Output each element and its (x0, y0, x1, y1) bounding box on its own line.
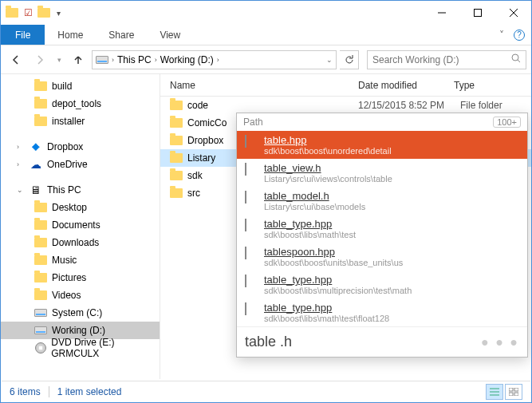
tree-item-onedrive[interactable]: › ☁ OneDrive (1, 156, 160, 173)
file-type: File folder (460, 100, 502, 111)
status-count: 6 items (10, 386, 41, 397)
forward-button[interactable] (30, 49, 50, 70)
chevron-right-icon[interactable]: › (112, 56, 114, 64)
tab-view[interactable]: View (147, 25, 193, 45)
chevron-down-icon[interactable]: ⌄ (17, 186, 25, 194)
tree-item[interactable]: System (C:) (1, 304, 160, 322)
tree-label: Downloads (52, 237, 99, 248)
tree-label: Documents (52, 219, 100, 231)
file-icon (245, 303, 258, 316)
address-dropdown-icon[interactable]: ⌄ (326, 56, 333, 64)
tree-item[interactable]: Downloads (1, 234, 160, 251)
chevron-right-icon[interactable]: › (17, 160, 25, 168)
drive-icon (34, 306, 47, 319)
col-date[interactable]: Date modified (358, 80, 454, 91)
qat-newfolder-icon[interactable] (37, 6, 50, 19)
tree-label: build (52, 81, 72, 92)
search-input[interactable] (372, 54, 511, 65)
back-button[interactable] (6, 49, 26, 70)
file-icon (245, 136, 258, 148)
file-row[interactable]: code 12/15/2015 8:52 PM File folder (160, 97, 531, 114)
folder-icon (170, 187, 183, 200)
listary-result[interactable]: table.hpp sdk\boost\boost\unordered\deta… (237, 131, 527, 159)
result-path: sdk\boost\boost\units\base_units\us (264, 258, 519, 267)
nav-tree[interactable]: build depot_tools installer › ⯁ Dropbox … (1, 74, 160, 379)
file-tab[interactable]: File (1, 25, 45, 45)
chevron-right-icon[interactable]: › (155, 56, 157, 64)
qat-chevron-icon[interactable]: ▾ (57, 9, 61, 18)
view-details-button[interactable] (486, 384, 503, 400)
tree-item-dropbox[interactable]: › ⯁ Dropbox (1, 138, 160, 156)
tree-item[interactable]: Desktop (1, 199, 160, 216)
folder-icon (170, 117, 183, 129)
svg-rect-11 (509, 393, 513, 396)
file-icon (245, 247, 258, 260)
svg-rect-12 (514, 393, 518, 396)
tab-share[interactable]: Share (96, 25, 147, 45)
tab-home[interactable]: Home (45, 25, 96, 45)
listary-search-row[interactable]: table .h ● ● ● (237, 326, 527, 357)
divider (49, 386, 49, 397)
search-icon[interactable] (511, 53, 521, 65)
result-title: table.hpp (264, 134, 519, 146)
col-type[interactable]: Type (454, 80, 531, 91)
tree-label: This PC (47, 184, 81, 196)
folder-icon (34, 219, 47, 231)
up-button[interactable] (68, 49, 89, 70)
listary-menu-icon[interactable]: ● ● ● (481, 335, 519, 350)
tree-item[interactable]: Pictures (1, 269, 160, 286)
tree-label: System (C:) (52, 307, 102, 318)
search-box[interactable] (367, 50, 526, 69)
listary-result[interactable]: table_type.hpp sdk\boost\libs\math\test\… (237, 298, 527, 326)
tree-label: installer (52, 116, 85, 127)
tree-item[interactable]: build (1, 77, 160, 95)
view-icons-button[interactable] (505, 384, 522, 400)
minimize-button[interactable] (424, 1, 459, 25)
chevron-right-icon[interactable]: › (17, 143, 25, 151)
ribbon-expand-icon[interactable]: ˅ (495, 30, 509, 41)
onedrive-icon: ☁ (30, 158, 42, 171)
result-path: sdk\boost\libs\math\test\float128 (264, 314, 519, 323)
folder-icon (34, 271, 47, 284)
breadcrumb[interactable]: Working (D:) (160, 54, 214, 65)
result-title: table_view.h (264, 162, 519, 174)
refresh-button[interactable] (340, 50, 359, 69)
result-path: Listary\src\ui\base\models (264, 202, 519, 211)
listary-result[interactable]: table_model.h Listary\src\ui\base\models (237, 187, 527, 215)
chevron-right-icon[interactable]: › (217, 56, 219, 64)
tree-label: Pictures (52, 272, 86, 283)
close-button[interactable] (495, 1, 531, 25)
file-name: ComicCo (187, 117, 227, 128)
result-path: sdk\boost\boost\unordered\detail (264, 146, 519, 156)
folder-icon (170, 134, 183, 147)
listary-result[interactable]: table_type.hpp sdk\boost\libs\math\test (237, 215, 527, 243)
result-title: table_type.hpp (264, 274, 519, 286)
folder-icon (170, 152, 183, 164)
breadcrumb[interactable]: This PC (117, 54, 152, 65)
tree-item[interactable]: Videos (1, 286, 160, 304)
address-bar[interactable]: › This PC › Working (D:) › ⌄ (92, 50, 337, 69)
tree-label: Working (D:) (52, 325, 105, 336)
disc-icon (34, 342, 46, 354)
svg-rect-10 (514, 388, 518, 391)
tree-item[interactable]: depot_tools (1, 95, 160, 113)
listary-result[interactable]: table_type.hpp sdk\boost\libs\multipreci… (237, 271, 527, 298)
folder-icon (34, 80, 47, 93)
listary-result[interactable]: table_view.h Listary\src\ui\views\contro… (237, 159, 527, 187)
maximize-button[interactable] (459, 1, 495, 25)
folder-icon (34, 115, 47, 128)
listary-result[interactable]: tablespoon.hpp sdk\boost\boost\units\bas… (237, 243, 527, 271)
col-name[interactable]: Name (160, 80, 358, 91)
drive-icon (34, 324, 47, 337)
svg-point-4 (512, 54, 518, 61)
file-icon (245, 164, 258, 176)
column-headers[interactable]: Name Date modified Type (160, 74, 531, 97)
tree-item[interactable]: Music (1, 251, 160, 269)
recent-dropdown-icon[interactable]: ▾ (53, 49, 65, 70)
tree-thispc[interactable]: ⌄ 🖥 This PC (1, 181, 160, 199)
tree-item[interactable]: DVD Drive (E:) GRMCULX (1, 339, 160, 357)
qat-properties-icon[interactable]: ☑ (22, 6, 34, 19)
tree-item[interactable]: Documents (1, 216, 160, 234)
tree-item[interactable]: installer (1, 113, 160, 130)
help-icon[interactable]: ? (514, 30, 525, 41)
